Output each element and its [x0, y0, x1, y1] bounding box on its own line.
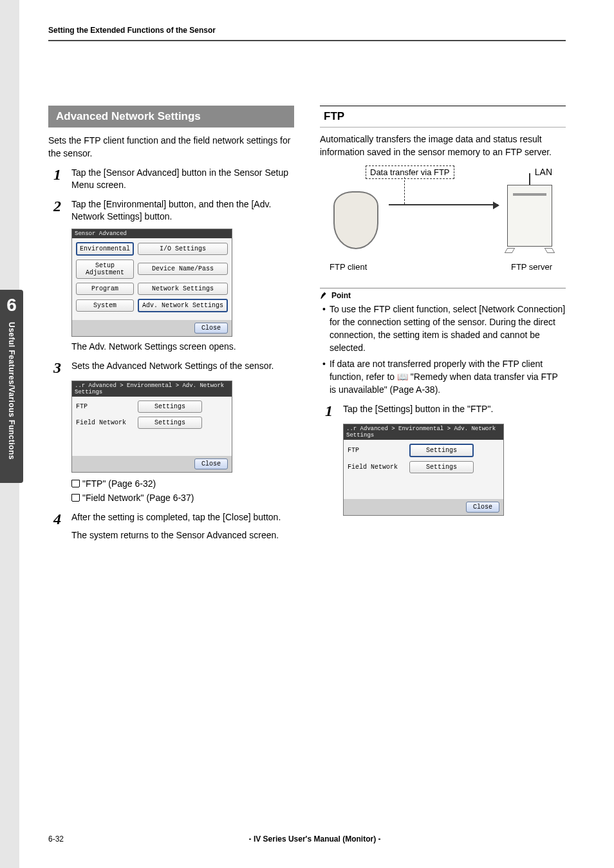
ui-label-field-network: Field Network [76, 419, 134, 426]
step-note: The Adv. Network Settings screen opens. [71, 341, 294, 354]
ui-close-button[interactable]: Close [194, 323, 228, 334]
step-number: 2 [53, 198, 68, 214]
running-header: Setting the Extended Functions of the Se… [48, 26, 566, 41]
ui-btn-io-settings[interactable]: I/O Settings [138, 243, 228, 255]
step-text: Tap the [Settings] button in the "FTP". [343, 403, 566, 416]
page-footer: 6-32 - IV Series User's Manual (Monitor)… [48, 835, 566, 844]
diagram-vline [529, 173, 530, 185]
point-bullet: If data are not transferred properly wit… [322, 357, 566, 397]
step-number: 1 [53, 167, 68, 182]
ui-label-ftp: FTP [76, 403, 134, 410]
page-number: 6-32 [48, 835, 64, 844]
xref-field-network: "Field Network" (Page 6-37) [71, 491, 294, 505]
diagram-server-foot [544, 248, 555, 253]
step-1: 1 Tap the [Sensor Advanced] button in th… [53, 167, 294, 192]
ui-btn-ftp-settings[interactable]: Settings [409, 444, 474, 457]
chapter-number: 6 [0, 290, 23, 316]
ftp-intro: Automatically transfers the image data a… [320, 133, 566, 159]
ui-titlebar: ..r Advanced > Environmental > Adv. Netw… [344, 424, 503, 440]
chapter-tab: 6 Useful Features/Various Functions [0, 290, 23, 483]
diagram-server-icon [507, 185, 552, 247]
diagram-lan-label: LAN [535, 167, 552, 177]
step-number: 3 [53, 360, 68, 375]
intro-text: Sets the FTP client function and the fie… [48, 134, 294, 160]
pen-icon [320, 292, 328, 299]
step-3: 3 Sets the Advanced Network Settings of … [53, 360, 294, 375]
point-bullet: To use the FTP client function, select [… [322, 303, 566, 355]
ui-btn-ftp-settings[interactable]: Settings [138, 401, 202, 413]
diagram-transfer-label: Data transfer via FTP [366, 165, 454, 179]
xref-text: "FTP" (Page 6-32) [82, 478, 156, 489]
ui-tab-environmental[interactable]: Environmental [76, 242, 134, 256]
ui-btn-adv-network[interactable]: Adv. Network Settings [138, 299, 228, 312]
point-label: Point [331, 291, 351, 300]
diagram-arrow [389, 204, 498, 205]
ui-tab-setup-adjustment[interactable]: Setup Adjustment [76, 259, 134, 279]
step-number: 4 [53, 511, 68, 527]
step-text: Sets the Advanced Network Settings of th… [71, 360, 294, 373]
screenshot-adv-network-settings: ..r Advanced > Environmental > Adv. Netw… [71, 381, 232, 473]
screenshot-sensor-advanced: Sensor Advanced Environmental I/O Settin… [71, 229, 232, 337]
step-note: The system returns to the Sensor Advance… [71, 529, 294, 542]
section-banner: Advanced Network Settings [48, 106, 294, 127]
ui-close-button[interactable]: Close [466, 502, 499, 513]
step-text: Tap the [Environmental] button, and then… [71, 198, 294, 223]
step-text: Tap the [Sensor Advanced] button in the … [71, 167, 294, 192]
ui-titlebar: Sensor Advanced [72, 229, 232, 238]
footer-title: - IV Series User's Manual (Monitor) - [249, 835, 381, 844]
ui-close-button[interactable]: Close [194, 458, 228, 469]
book-icon [71, 478, 82, 489]
xref-ftp: "FTP" (Page 6-32) [71, 476, 294, 491]
ui-titlebar: ..r Advanced > Environmental > Adv. Netw… [72, 381, 232, 397]
diagram-client-icon [333, 191, 378, 249]
diagram-server-foot [505, 248, 516, 253]
ui-label-field-network: Field Network [348, 464, 405, 471]
step-2: 2 Tap the [Environmental] button, and th… [53, 198, 294, 223]
ui-btn-network-settings[interactable]: Network Settings [138, 283, 228, 295]
right-column: FTP Automatically transfers the image da… [320, 106, 566, 542]
ui-btn-field-network-settings[interactable]: Settings [138, 417, 202, 429]
step-number: 1 [325, 403, 339, 419]
diagram-dash-line [404, 177, 405, 204]
diagram-client-caption: FTP client [330, 262, 367, 272]
ui-tab-program[interactable]: Program [76, 283, 134, 295]
step-4: 4 After the setting is completed, tap th… [53, 511, 294, 527]
screenshot-ftp-settings: ..r Advanced > Environmental > Adv. Netw… [343, 424, 504, 516]
xref-text: "Field Network" (Page 6-37) [82, 493, 194, 503]
book-icon [71, 493, 82, 503]
chapter-label: Useful Features/Various Functions [7, 322, 16, 460]
ui-btn-field-network-settings[interactable]: Settings [409, 461, 474, 473]
left-column: Advanced Network Settings Sets the FTP c… [48, 106, 294, 542]
page-content: Setting the Extended Functions of the Se… [48, 26, 566, 542]
diagram-server-caption: FTP server [511, 262, 552, 272]
ftp-diagram: Data transfer via FTP LAN FTP client FTP… [327, 165, 559, 281]
ui-label-ftp: FTP [348, 447, 405, 454]
step-text: After the setting is completed, tap the … [71, 511, 294, 524]
point-block: Point To use the FTP client function, se… [320, 288, 566, 397]
sub-heading-ftp: FTP [320, 106, 566, 127]
ui-tab-system[interactable]: System [76, 299, 134, 312]
bullet-text: To use the FTP client function, select [… [330, 303, 566, 355]
ui-btn-device-name[interactable]: Device Name/Pass [138, 263, 228, 275]
bullet-text: If data are not transferred properly wit… [330, 357, 566, 397]
right-step-1: 1 Tap the [Settings] button in the "FTP"… [325, 403, 566, 419]
